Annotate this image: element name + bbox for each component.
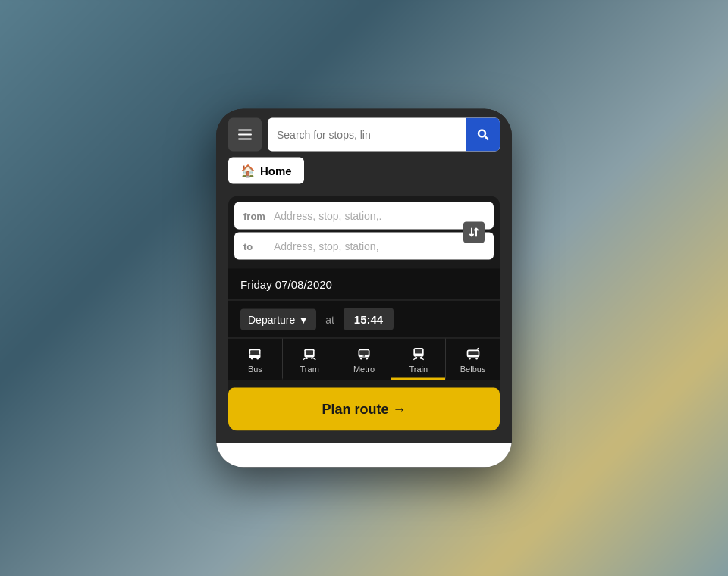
train-label: Train: [409, 365, 428, 374]
hamburger-icon: [238, 130, 252, 140]
svg-rect-19: [415, 349, 422, 354]
svg-rect-3: [251, 350, 260, 355]
menu-button[interactable]: [228, 118, 262, 152]
time-value: 15:44: [354, 313, 383, 326]
belbus-label: Belbus: [460, 365, 486, 374]
svg-point-16: [366, 358, 368, 360]
date-row[interactable]: Friday 07/08/2020: [228, 269, 500, 300]
departure-dropdown[interactable]: Departure ▼: [240, 308, 316, 330]
swap-icon: [469, 227, 479, 238]
tab-belbus[interactable]: Belbus: [445, 339, 500, 380]
tab-metro[interactable]: M Metro: [337, 339, 391, 380]
svg-point-27: [469, 358, 471, 360]
svg-point-15: [360, 358, 362, 360]
plan-route-button[interactable]: Plan route →: [228, 388, 500, 431]
phone-frame: 🏠 Home from Address, stop, station,. to …: [216, 109, 512, 468]
search-icon: [477, 129, 489, 141]
to-placeholder: Address, stop, station,: [274, 240, 379, 252]
home-tab[interactable]: 🏠 Home: [228, 158, 304, 184]
svg-point-28: [475, 358, 478, 360]
from-label: from: [243, 210, 268, 221]
bus-label: Bus: [248, 365, 262, 374]
svg-line-1: [485, 136, 489, 140]
metro-icon: M: [356, 346, 372, 362]
at-label: at: [325, 313, 334, 325]
departure-row: Departure ▼ at 15:44: [228, 300, 500, 338]
top-bar: [216, 109, 512, 158]
tram-label: Tram: [300, 365, 319, 374]
svg-text:M: M: [363, 355, 366, 358]
from-input-row[interactable]: from Address, stop, station,.: [234, 202, 494, 230]
tram-icon: [302, 346, 317, 362]
tab-train[interactable]: Train: [391, 339, 445, 380]
svg-point-5: [257, 358, 259, 360]
home-tab-label: Home: [260, 164, 292, 177]
metro-label: Metro: [353, 365, 375, 374]
home-icon: 🏠: [240, 164, 256, 178]
route-card: from Address, stop, station,. to Address…: [228, 196, 500, 431]
swap-button[interactable]: [463, 222, 485, 243]
transport-tabs: Bus Tram: [228, 338, 500, 380]
plan-route-label: Plan route →: [322, 402, 406, 418]
tab-tram[interactable]: Tram: [282, 339, 337, 380]
from-placeholder: Address, stop, station,.: [274, 210, 381, 222]
train-icon: [411, 346, 426, 362]
to-input-row[interactable]: to Address, stop, station,: [234, 233, 494, 260]
svg-point-0: [479, 130, 485, 137]
time-display[interactable]: 15:44: [344, 308, 394, 330]
search-bar: [268, 118, 500, 152]
svg-rect-26: [468, 351, 478, 355]
svg-rect-8: [306, 350, 313, 355]
phone-content: from Address, stop, station,. to Address…: [216, 190, 512, 443]
belbus-icon: [466, 346, 481, 362]
search-input[interactable]: [268, 121, 466, 149]
departure-label: Departure: [248, 313, 295, 325]
bus-icon: [247, 346, 262, 362]
bottom-strip: [216, 443, 512, 468]
tab-bus[interactable]: Bus: [228, 339, 282, 380]
svg-point-4: [251, 358, 253, 360]
to-label: to: [243, 240, 268, 252]
chevron-down-icon: ▼: [298, 313, 309, 325]
search-button[interactable]: [466, 118, 500, 152]
date-display: Friday 07/08/2020: [240, 278, 332, 291]
tab-row: 🏠 Home: [216, 158, 512, 190]
route-inputs: from Address, stop, station,. to Address…: [228, 196, 500, 269]
